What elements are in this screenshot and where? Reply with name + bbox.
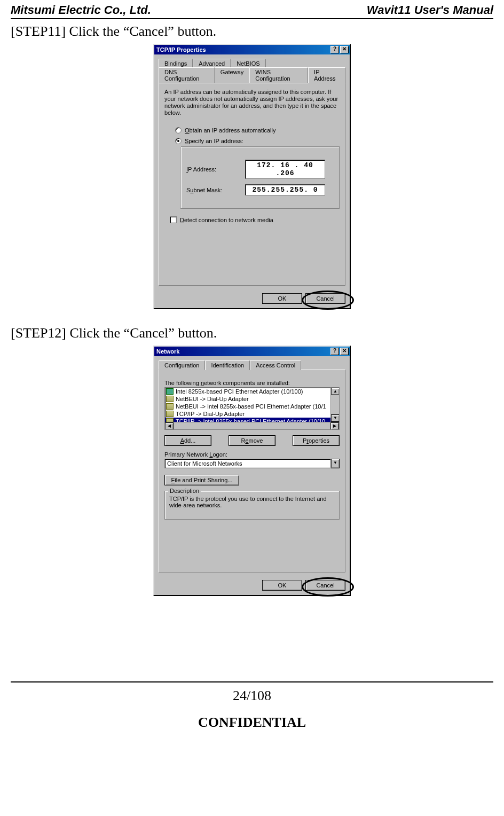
components-listbox[interactable]: Intel 8255x-based PCI Ethernet Adapter (… xyxy=(164,387,340,430)
list-item[interactable]: Intel 8255x-based PCI Ethernet Adapter (… xyxy=(165,388,339,395)
help-icon[interactable]: ? xyxy=(330,348,339,355)
cancel-button[interactable]: Cancel xyxy=(305,580,345,591)
cancel-button[interactable]: Cancel xyxy=(305,293,345,304)
step11-instruction: [STEP11] Click the “Cancel” button. xyxy=(11,23,493,40)
checkbox-icon xyxy=(170,216,177,223)
scroll-right-icon[interactable]: ▶ xyxy=(330,422,339,430)
network-dialog: Network ? ✕ Configuration Identification… xyxy=(153,346,351,596)
dialog-title: Network xyxy=(156,348,179,355)
tcpip-properties-dialog: TCP/IP Properties ? ✕ Bindings Advanced … xyxy=(153,44,351,309)
radio-label: OObtain an IP address automaticallybtain… xyxy=(185,127,275,134)
radio-label: Specify an IP address: xyxy=(185,138,243,144)
ok-button[interactable]: OK xyxy=(262,293,302,304)
protocol-icon xyxy=(166,403,174,410)
tab-access-control[interactable]: Access Control xyxy=(250,360,301,370)
primary-logon-combo[interactable]: Client for Microsoft Networks ▼ xyxy=(164,459,340,468)
radio-icon xyxy=(175,127,182,134)
dialog-titlebar[interactable]: TCP/IP Properties ? ✕ xyxy=(154,45,350,54)
tab-advanced[interactable]: Advanced xyxy=(193,59,231,68)
chevron-down-icon[interactable]: ▼ xyxy=(331,459,340,468)
list-item-label: Intel 8255x-based PCI Ethernet Adapter (… xyxy=(176,388,303,395)
header-right: Wavit11 User's Manual xyxy=(367,3,493,17)
combo-value: Client for Microsoft Networks xyxy=(164,459,331,468)
description-group: Description TCP/IP is the protocol you u… xyxy=(164,491,340,520)
subnet-mask-label: Subnet Mask: xyxy=(186,187,234,193)
scroll-left-icon[interactable]: ◀ xyxy=(165,422,174,430)
ip-address-input[interactable]: 172. 16 . 40 .206 xyxy=(245,160,325,179)
close-icon[interactable]: ✕ xyxy=(340,348,349,355)
help-icon[interactable]: ? xyxy=(330,46,339,53)
ip-groupbox: IP Address: 172. 16 . 40 .206 Subnet Mas… xyxy=(180,146,340,209)
components-label: The following network components are ins… xyxy=(164,380,340,386)
confidential-label: CONFIDENTIAL xyxy=(11,715,493,731)
properties-button[interactable]: Properties xyxy=(293,435,340,446)
tab-configuration[interactable]: Configuration xyxy=(159,360,205,370)
vertical-scrollbar[interactable]: ▲ ▼ xyxy=(330,388,339,422)
adapter-icon xyxy=(166,388,174,395)
list-item-label: NetBEUI -> Dial-Up Adapter xyxy=(176,396,249,402)
tab-netbios[interactable]: NetBIOS xyxy=(231,59,265,68)
footer-rule xyxy=(11,681,493,682)
tab-bindings[interactable]: Bindings xyxy=(159,59,193,68)
list-item-label: NetBEUI -> Intel 8255x-based PCI Etherne… xyxy=(176,403,326,410)
close-icon[interactable]: ✕ xyxy=(340,46,349,53)
horizontal-scrollbar[interactable]: ◀ ▶ xyxy=(165,422,339,429)
tab-identification[interactable]: Identification xyxy=(205,360,250,370)
dialog-titlebar[interactable]: Network ? ✕ xyxy=(154,347,350,356)
radio-obtain-auto[interactable]: OObtain an IP address automaticallybtain… xyxy=(175,127,340,134)
page-header: Mitsumi Electric Co., Ltd. Wavit11 User'… xyxy=(11,0,493,19)
step12-instruction: [STEP12] Click the “Cancel” button. xyxy=(11,325,493,341)
primary-logon-label: Primary Network Logon: xyxy=(164,451,340,458)
ip-address-label: IP Address: xyxy=(186,166,234,172)
protocol-icon xyxy=(166,411,174,417)
add-button[interactable]: Add... xyxy=(164,435,211,446)
protocol-icon xyxy=(166,396,174,402)
list-item[interactable]: TCP/IP -> Dial-Up Adapter xyxy=(165,410,339,418)
remove-button[interactable]: Remove xyxy=(229,435,275,446)
header-left: Mitsumi Electric Co., Ltd. xyxy=(11,3,151,17)
page-number: 24/108 xyxy=(11,688,493,704)
checkbox-label: Detect connection to network media xyxy=(180,217,273,223)
list-item[interactable]: NetBEUI -> Intel 8255x-based PCI Etherne… xyxy=(165,403,339,410)
file-print-sharing-button[interactable]: File and Print Sharing... xyxy=(164,475,239,485)
description-legend: Description xyxy=(168,488,201,494)
subnet-mask-input[interactable]: 255.255.255. 0 xyxy=(245,184,325,195)
tab-ip-address[interactable]: IP Address xyxy=(308,67,345,83)
info-text: An IP address can be automatically assig… xyxy=(164,89,340,116)
scroll-down-icon[interactable]: ▼ xyxy=(331,414,340,422)
ok-button[interactable]: OK xyxy=(262,580,302,591)
tab-dns[interactable]: DNS Configuration xyxy=(159,67,215,83)
tab-gateway[interactable]: Gateway xyxy=(215,67,249,83)
list-item[interactable]: NetBEUI -> Dial-Up Adapter xyxy=(165,395,339,403)
detect-media-checkbox[interactable]: Detect connection to network media xyxy=(170,216,340,223)
scroll-up-icon[interactable]: ▲ xyxy=(331,388,340,395)
dialog-title: TCP/IP Properties xyxy=(156,46,206,53)
radio-icon xyxy=(175,138,182,144)
radio-specify-ip[interactable]: Specify an IP address: xyxy=(175,138,340,144)
description-text: TCP/IP is the protocol you use to connec… xyxy=(169,496,327,508)
list-item-label: TCP/IP -> Dial-Up Adapter xyxy=(176,411,245,417)
tab-wins[interactable]: WINS Configuration xyxy=(249,67,308,83)
